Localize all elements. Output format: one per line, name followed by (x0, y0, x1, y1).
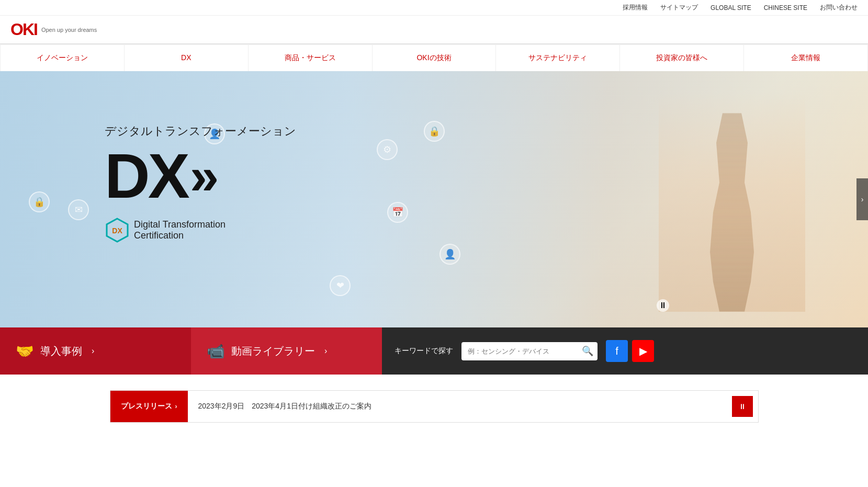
hero-section: 👤 🔒 ✉ ⚙ 📅 🔒 👤 ❤ デジタルトランスフォーメーション DX » DX… (0, 71, 868, 327)
news-tag-arrow: › (175, 403, 177, 410)
case-studies-label: 導入事例 (40, 344, 82, 358)
pause-icon: ⏸ (659, 301, 667, 310)
nav-dx[interactable]: DX (125, 45, 249, 71)
facebook-icon[interactable]: f (606, 340, 628, 362)
handshake-icon: 🤝 (16, 343, 34, 360)
main-navigation: イノベーション DX 商品・サービス OKIの技術 サステナビリティ 投資家の皆… (0, 44, 868, 71)
oki-logo[interactable]: OKI (10, 20, 37, 39)
video-library-arrow: › (324, 346, 327, 356)
news-bar: プレスリリース › 2023年2月9日 2023年4月1日付け組織改正のご案内 … (110, 390, 759, 423)
cert-logo-icon: DX (105, 218, 130, 243)
logo-tagline: Open up your dreams (41, 27, 97, 33)
search-input[interactable] (461, 342, 598, 360)
top-utility-bar: 採用情報 サイトマップ GLOBAL SITE CHINESE SITE お問い… (0, 0, 868, 16)
news-tag-label: プレスリリース (121, 402, 172, 411)
hero-dx-logo: DX » (105, 144, 296, 207)
dx-chevrons: » (190, 150, 219, 202)
news-pause-icon: ⏸ (739, 402, 746, 411)
site-header: OKI Open up your dreams (0, 16, 868, 44)
hero-subtitle: デジタルトランスフォーメーション (105, 123, 296, 139)
nav-innovation[interactable]: イノベーション (0, 45, 125, 71)
video-icon: 📹 (207, 343, 225, 360)
dx-text: DX (105, 144, 188, 207)
youtube-logo: ▶ (639, 345, 647, 357)
network-node-settings: ⚙ (377, 139, 398, 160)
recruitment-link[interactable]: 採用情報 (623, 3, 648, 12)
youtube-icon[interactable]: ▶ (632, 340, 654, 362)
action-buttons-left: 🤝 導入事例 › 📹 動画ライブラリー › (0, 327, 382, 375)
cert-text: Digital Transformation Certification (134, 219, 226, 241)
case-studies-button[interactable]: 🤝 導入事例 › (0, 327, 191, 375)
network-node-person2: 👤 (439, 244, 460, 265)
nav-corporate[interactable]: 企業情報 (744, 45, 868, 71)
facebook-logo: f (615, 345, 618, 357)
chinese-site-link[interactable]: CHINESE SITE (764, 4, 807, 12)
news-content: 2023年2月9日 2023年4月1日付け組織改正のご案内 (188, 402, 732, 411)
global-site-link[interactable]: GLOBAL SITE (711, 4, 751, 12)
video-library-label: 動画ライブラリー (231, 344, 315, 358)
network-node-lock2: 🔒 (424, 121, 445, 142)
person-silhouette (701, 113, 763, 312)
nav-investors[interactable]: 投資家の皆様へ (620, 45, 744, 71)
cert-badge: DX Digital Transformation Certification (105, 218, 226, 243)
search-submit-button[interactable]: 🔍 (582, 345, 593, 357)
chevron-right-icon: › (861, 195, 864, 203)
news-pause-button[interactable]: ⏸ (732, 396, 753, 417)
nav-products[interactable]: 商品・サービス (249, 45, 373, 71)
video-library-button[interactable]: 📹 動画ライブラリー › (191, 327, 382, 375)
hero-certification: DX Digital Transformation Certification (105, 218, 296, 243)
network-node-heart: ❤ (330, 275, 351, 296)
search-icon: 🔍 (582, 346, 593, 356)
case-studies-arrow: › (92, 346, 94, 356)
nav-sustainability[interactable]: サステナビリティ (496, 45, 620, 71)
slideshow-pause-button[interactable]: ⏸ (657, 299, 669, 312)
slideshow-next-button[interactable]: › (856, 178, 868, 220)
action-bar: 🤝 導入事例 › 📹 動画ライブラリー › キーワードで探す 🔍 f ▶ (0, 327, 868, 375)
network-node-lock: 🔒 (29, 191, 50, 212)
sitemap-link[interactable]: サイトマップ (660, 3, 698, 12)
hero-person-image (659, 92, 805, 312)
search-input-wrap: 🔍 (461, 342, 598, 360)
chevron-icon: » (190, 150, 219, 202)
network-node-mail: ✉ (68, 199, 89, 220)
contact-link[interactable]: お問い合わせ (820, 3, 858, 12)
hero-content: デジタルトランスフォーメーション DX » DX Digital Transfo… (105, 123, 296, 243)
network-node-calendar: 📅 (387, 202, 408, 223)
logo-area[interactable]: OKI Open up your dreams (10, 20, 126, 39)
nav-technology[interactable]: OKIの技術 (373, 45, 497, 71)
svg-text:DX: DX (112, 226, 122, 235)
search-area: キーワードで探す 🔍 f ▶ (382, 327, 868, 375)
news-tag-button[interactable]: プレスリリース › (110, 391, 188, 422)
search-label: キーワードで探す (394, 346, 453, 356)
social-icons: f ▶ (606, 340, 654, 362)
